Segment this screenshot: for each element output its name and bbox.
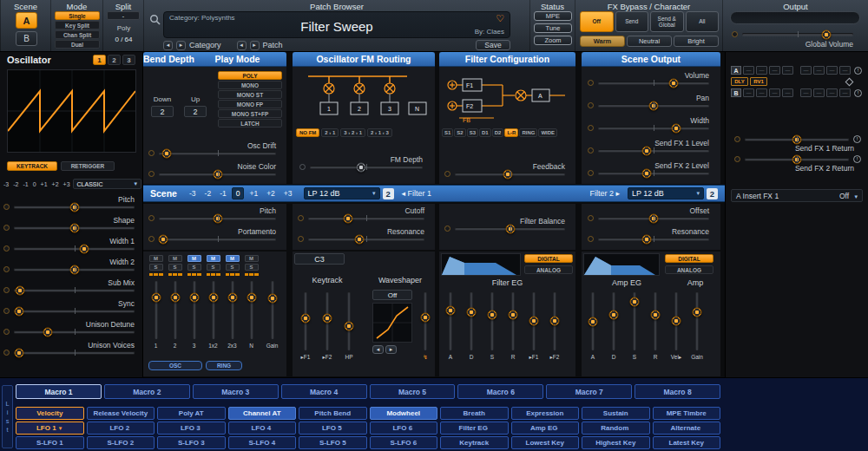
play-mode-option[interactable]: MONO ST bbox=[218, 90, 282, 99]
lfo-source-button[interactable]: Random bbox=[582, 422, 650, 435]
keytrack-slider[interactable] bbox=[343, 290, 355, 352]
prev-patch-button[interactable]: ◂ bbox=[237, 41, 247, 50]
fx-alert-icon[interactable]: ! bbox=[854, 67, 862, 75]
slfo-source-button[interactable]: S-LFO 1 bbox=[16, 436, 84, 449]
slider-handle[interactable] bbox=[79, 244, 89, 253]
play-mode-option[interactable]: MONO bbox=[218, 81, 282, 89]
amp-eg-slider[interactable] bbox=[691, 290, 703, 352]
feedback-slider[interactable]: Feedback bbox=[443, 161, 572, 182]
filter-eg-slider[interactable] bbox=[444, 290, 457, 352]
keytrack-slider[interactable] bbox=[299, 290, 312, 352]
osc-param-slider[interactable]: Width 1 bbox=[2, 236, 141, 257]
slider-handle[interactable] bbox=[529, 317, 539, 326]
slider-handle[interactable] bbox=[343, 213, 352, 223]
osc-param-slider[interactable]: Sync bbox=[2, 298, 141, 319]
fx-slot[interactable]: — bbox=[839, 66, 851, 75]
filter1-slider[interactable]: Cutoff bbox=[296, 206, 431, 226]
mute-button[interactable]: M bbox=[187, 255, 201, 262]
osc-octave-option[interactable]: -1 bbox=[21, 180, 30, 188]
return-alert-icon[interactable]: ! bbox=[853, 135, 861, 143]
status-button[interactable]: MPE bbox=[534, 11, 572, 21]
split-point-value[interactable]: - bbox=[107, 11, 140, 20]
play-mode-option[interactable]: POLY bbox=[218, 71, 282, 80]
channel-level-slider[interactable] bbox=[227, 278, 239, 341]
slider-handle[interactable] bbox=[43, 327, 52, 337]
fm-route-option[interactable]: NO FM bbox=[296, 128, 319, 137]
osc-param-slider[interactable]: Unison Detune bbox=[2, 319, 141, 340]
mode-option[interactable]: Key Split bbox=[55, 21, 100, 29]
filter2-subtype[interactable]: 2 bbox=[707, 188, 718, 199]
mod-source-button[interactable]: Expression bbox=[511, 407, 580, 420]
slfo-source-button[interactable]: Lowest Key bbox=[511, 436, 580, 449]
play-mode-option[interactable]: LATCH bbox=[218, 119, 282, 127]
amp-eg-digital-button[interactable]: DIGITAL bbox=[665, 254, 713, 263]
mode-option[interactable]: Chan Split bbox=[55, 30, 100, 39]
send-return-slider[interactable]: Send FX 2 Return ! bbox=[733, 152, 861, 172]
slider-handle[interactable] bbox=[693, 307, 702, 317]
mode-option[interactable]: Single bbox=[55, 11, 100, 20]
filter-eg-slider[interactable] bbox=[507, 290, 519, 352]
slider-handle[interactable] bbox=[227, 292, 237, 302]
slider-handle[interactable] bbox=[649, 101, 659, 110]
scene-octave-option[interactable]: +3 bbox=[280, 188, 296, 199]
osc-octave-option[interactable]: +3 bbox=[62, 180, 72, 188]
solo-button[interactable]: S bbox=[226, 264, 240, 271]
lfo-source-button[interactable]: LFO 1▼ bbox=[16, 422, 84, 435]
fx-bypass-option[interactable]: Send bbox=[615, 11, 649, 32]
filter-config-option[interactable]: D1 bbox=[479, 128, 491, 137]
macro-button[interactable]: Macro 3 bbox=[193, 384, 279, 399]
osc-tab[interactable]: 1 bbox=[93, 55, 106, 65]
slider-handle[interactable] bbox=[550, 317, 560, 326]
fm-route-option[interactable]: 2 › 1 bbox=[321, 128, 339, 137]
slider-handle[interactable] bbox=[14, 348, 23, 357]
slider-handle[interactable] bbox=[509, 310, 518, 319]
slider-handle[interactable] bbox=[354, 234, 364, 244]
channel-level-slider[interactable] bbox=[207, 278, 220, 341]
lfo-source-button[interactable]: Filter EG bbox=[440, 422, 509, 435]
slider-handle[interactable] bbox=[162, 148, 172, 158]
slider-handle[interactable] bbox=[669, 78, 679, 88]
fm-route-option[interactable]: 2 › 1 ‹ 3 bbox=[367, 128, 392, 137]
fx-slot[interactable]: — bbox=[782, 66, 793, 75]
mute-button[interactable]: M bbox=[207, 255, 220, 262]
mute-button[interactable]: M bbox=[226, 255, 240, 262]
scene-octave-option[interactable]: -1 bbox=[216, 188, 230, 199]
waveshaper-drive-slider[interactable] bbox=[419, 290, 431, 352]
mod-list-tab[interactable]: List bbox=[2, 385, 13, 448]
scene-slider[interactable]: Pitch bbox=[147, 206, 283, 226]
amp-eg-slider[interactable] bbox=[628, 290, 641, 352]
slider-handle[interactable] bbox=[301, 314, 311, 324]
osc-misc-slider[interactable]: Osc Drift bbox=[147, 141, 283, 161]
amp-eg-slider[interactable] bbox=[649, 290, 661, 352]
mod-source-button[interactable]: MPE Timbre bbox=[653, 407, 721, 420]
fx-slot[interactable]: — bbox=[839, 88, 851, 97]
bend-down-value[interactable]: 2 bbox=[151, 106, 174, 117]
filter2-type-selector[interactable]: LP 12 dB ▾ bbox=[628, 187, 704, 199]
global-volume-slider[interactable]: Global Volume bbox=[730, 27, 860, 48]
mod-source-button[interactable]: Breath bbox=[440, 407, 509, 420]
lfo-source-button[interactable]: LFO 6 bbox=[370, 422, 438, 435]
mode-option[interactable]: Dual bbox=[55, 40, 100, 49]
filter-eg-analog-button[interactable]: ANALOG bbox=[524, 265, 573, 274]
slider-handle[interactable] bbox=[649, 213, 659, 223]
bend-up-value[interactable]: 2 bbox=[184, 106, 207, 117]
amp-eg-analog-button[interactable]: ANALOG bbox=[665, 265, 713, 274]
character-option[interactable]: Warm bbox=[580, 36, 625, 47]
fx-bypass-option[interactable]: All bbox=[686, 11, 720, 32]
slider-handle[interactable] bbox=[503, 169, 512, 179]
mod-source-button[interactable]: Velocity bbox=[16, 407, 84, 420]
slider-handle[interactable] bbox=[792, 154, 802, 164]
filter-config-option[interactable]: S2 bbox=[454, 128, 465, 137]
insert-fx-selector[interactable]: A Insert FX 1 Off ▾ bbox=[731, 189, 863, 202]
filter-config-option[interactable]: S1 bbox=[442, 128, 453, 137]
send-fx-dly-slot[interactable]: DLY bbox=[731, 77, 748, 86]
mute-button[interactable]: M bbox=[168, 255, 182, 262]
next-category-button[interactable]: ▸ bbox=[176, 41, 186, 50]
keytrack-root-value[interactable]: C3 bbox=[294, 253, 345, 265]
osc-octave-option[interactable]: 0 bbox=[31, 180, 38, 188]
slider-handle[interactable] bbox=[630, 297, 640, 307]
osc-octave-option[interactable]: -2 bbox=[11, 180, 20, 188]
macro-button[interactable]: Macro 6 bbox=[457, 384, 543, 399]
scene-output-slider[interactable]: Send FX 1 Level bbox=[586, 138, 716, 160]
slider-handle[interactable] bbox=[642, 234, 652, 244]
